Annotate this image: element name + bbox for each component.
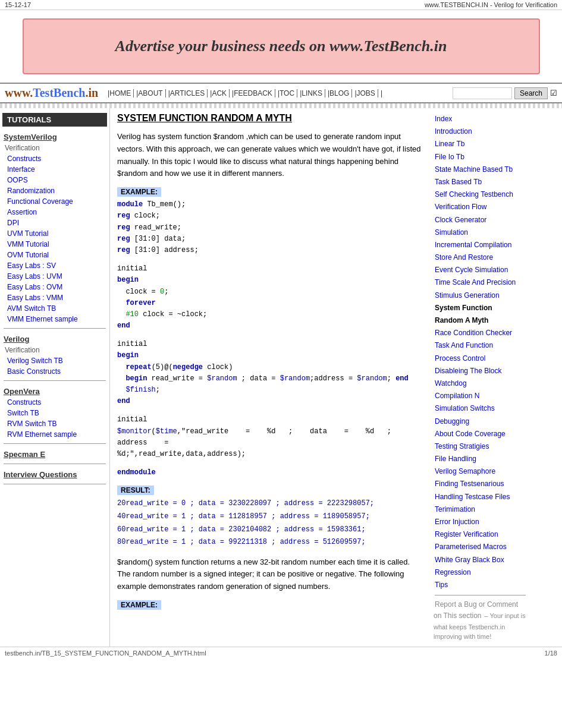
kw-module: module: [117, 200, 143, 209]
nav-link-links[interactable]: |LINKS: [297, 89, 325, 97]
right-link-compilation-n[interactable]: Compilation N: [434, 390, 527, 402]
right-link-incremental[interactable]: Incremental Compilation: [434, 239, 527, 251]
sidebar-link-assertion[interactable]: Assertion: [2, 207, 107, 218]
right-link-disabling[interactable]: Disableing The Block: [434, 365, 527, 377]
right-link-testing[interactable]: Testing Stratigies: [434, 440, 527, 453]
nav-link-home[interactable]: |HOME: [105, 89, 133, 97]
sidebar-link-oops[interactable]: OOPS: [2, 175, 107, 185]
sidebar-link-rvm-ethernet[interactable]: RVM Ethernet sample: [2, 429, 107, 440]
right-link-race-condition[interactable]: Race Condition Checker: [434, 327, 527, 339]
nav-link-ack[interactable]: |ACK: [207, 89, 229, 97]
nav-link-articles[interactable]: |ARTICLES: [165, 89, 208, 97]
bottom-url: testbench.in/TB_15_SYSTEM_FUNCTION_RANDO…: [5, 650, 206, 657]
code-block-4: initial $monitor($time,"read_write = %d …: [117, 414, 424, 460]
right-link-param-macros[interactable]: Parameterised Macros: [434, 541, 527, 553]
sidebar-link-randomization[interactable]: Randomization: [2, 185, 107, 196]
sidebar-link-easy-sv[interactable]: Easy Labs : SV: [2, 260, 107, 271]
sidebar-divider-5: [4, 484, 106, 484]
right-divider: [435, 595, 526, 595]
right-link-clock-gen[interactable]: Clock Generator: [434, 214, 527, 226]
right-link-semaphore[interactable]: Verilog Semaphore: [434, 465, 527, 478]
time-sys: $time: [156, 427, 177, 436]
right-link-process-control[interactable]: Process Control: [434, 352, 527, 365]
right-link-system-function[interactable]: System Function: [434, 302, 527, 314]
right-link-white-gray[interactable]: White Gray Black Box: [434, 554, 527, 566]
right-link-self-checking[interactable]: Self Checking Testbench: [434, 188, 527, 201]
kw-end1: end: [117, 322, 130, 330]
right-link-event-cycle[interactable]: Event Cycle Simulation: [434, 264, 527, 276]
sidebar-link-avm-switch[interactable]: AVM Switch TB: [2, 303, 107, 314]
right-link-watchdog[interactable]: Watchdog: [434, 377, 527, 390]
sidebar-section-systemverilog: SystemVerilog: [2, 130, 107, 143]
sidebar-link-vmm[interactable]: VMM Tutorial: [2, 239, 107, 250]
sidebar-link-easy-uvm[interactable]: Easy Labs : UVM: [2, 271, 107, 282]
kw-repeat: repeat: [125, 363, 151, 371]
right-link-handling-testcase[interactable]: Handling Testcase Files: [434, 491, 527, 503]
sidebar-link-verilog-switch[interactable]: Verilog Switch TB: [2, 355, 107, 366]
right-link-about-code[interactable]: About Code Coverage: [434, 428, 527, 440]
sidebar-link-interface[interactable]: Interface: [2, 164, 107, 175]
right-link-index[interactable]: Index: [434, 113, 527, 125]
right-link-register-verification[interactable]: Register Verification: [434, 528, 527, 541]
sidebar-link-openvera-constructs[interactable]: Constructs: [2, 397, 107, 408]
sidebar-link-uvm[interactable]: UVM Tutorial: [2, 228, 107, 239]
right-link-verification-flow[interactable]: Verification Flow: [434, 201, 527, 213]
right-link-finding-tests[interactable]: Finding Testsenarious: [434, 478, 527, 490]
example2-label: EXAMPLE:: [117, 600, 424, 612]
right-link-state-machine[interactable]: State Machine Based Tb: [434, 163, 527, 176]
search-input[interactable]: [453, 87, 512, 99]
result-2: 40read_write = 1 ; data = 112818957 ; ad…: [117, 512, 370, 521]
nav-link-about[interactable]: |ABOUT: [133, 89, 165, 97]
tutorials-header: TUTORIALS: [2, 113, 107, 127]
code-endmodule: endmodule: [117, 467, 424, 478]
right-link-termination[interactable]: Terimimation: [434, 503, 527, 516]
sidebar-section-interview: Interview Questions: [2, 468, 107, 480]
sidebar-link-dpi[interactable]: DPI: [2, 218, 107, 228]
sidebar-link-rvm-switch[interactable]: RVM Switch TB: [2, 418, 107, 429]
top-bar-title: www.TESTBENCH.IN - Verilog for Verificat…: [425, 1, 557, 8]
result-badge: RESULT:: [117, 486, 154, 495]
right-link-store-restore[interactable]: Store And Restore: [434, 251, 527, 264]
sidebar-section-openvera: OpenVera: [2, 385, 107, 397]
right-link-introduction[interactable]: Introduction: [434, 125, 527, 138]
right-link-task-function[interactable]: Task And Function: [434, 339, 527, 352]
sidebar-link-basic-constructs[interactable]: Basic Constructs: [2, 366, 107, 377]
finish: $finish: [125, 386, 155, 394]
rand1: $random: [207, 374, 237, 383]
sidebar-link-easy-vmm[interactable]: Easy Labs : VMM: [2, 292, 107, 303]
code-block-3: initial begin repeat(5)@(negedge clock) …: [117, 339, 424, 407]
right-link-simulation[interactable]: Simulation: [434, 226, 527, 239]
sidebar-link-ovm[interactable]: OVM Tutorial: [2, 250, 107, 260]
sidebar-link-functional-coverage[interactable]: Functional Coverage: [2, 196, 107, 207]
sidebar-subsection-verilog-verification: Verification: [2, 345, 107, 355]
rand2: $random: [280, 374, 310, 383]
right-link-task-based[interactable]: Task Based Tb: [434, 176, 527, 188]
right-link-error-injection[interactable]: Error Injuction: [434, 516, 527, 528]
main-content: SYSTEM FUNCTION RANDOM A MYTH Verilog ha…: [110, 108, 431, 647]
right-link-tips[interactable]: Tips: [434, 579, 527, 591]
search-button[interactable]: Search: [514, 87, 548, 99]
right-link-linear-tb[interactable]: Linear Tb: [434, 138, 527, 150]
nav-link-toc[interactable]: |TOC: [275, 89, 297, 97]
kw-negedge: negedge: [173, 363, 203, 371]
nav-link-feedback[interactable]: |FEEDBACK: [229, 89, 275, 97]
sidebar-link-vmm-ethernet[interactable]: VMM Ethernet sample: [2, 314, 107, 324]
right-link-file-handling[interactable]: File Handling: [434, 453, 527, 465]
right-link-sim-switchs[interactable]: Simulation Switchs: [434, 402, 527, 415]
nav-link-jobs[interactable]: |JOBS: [351, 89, 377, 97]
sidebar-link-easy-ovm[interactable]: Easy Labs : OVM: [2, 282, 107, 292]
result-1: 20read_write = 0 ; data = 3230228097 ; a…: [117, 499, 374, 508]
kw-endmodule: endmodule: [117, 468, 156, 477]
right-link-file-io[interactable]: File Io Tb: [434, 151, 527, 163]
nav-link-blog[interactable]: |BLOG: [325, 89, 351, 97]
result-label: RESULT:: [117, 486, 424, 497]
right-link-stimulus[interactable]: Stimulus Generation: [434, 289, 527, 302]
right-link-timescale[interactable]: Time Scale And Precision: [434, 276, 527, 289]
right-link-regression[interactable]: Regression: [434, 566, 527, 579]
right-link-random-myth[interactable]: Random A Myth: [434, 314, 527, 327]
example1-badge: EXAMPLE:: [117, 187, 161, 197]
sidebar-link-constructs[interactable]: Constructs: [2, 153, 107, 164]
right-link-debugging[interactable]: Debugging: [434, 415, 527, 428]
sidebar-link-switch-tb[interactable]: Switch TB: [2, 408, 107, 418]
example1-label: EXAMPLE:: [117, 187, 424, 199]
